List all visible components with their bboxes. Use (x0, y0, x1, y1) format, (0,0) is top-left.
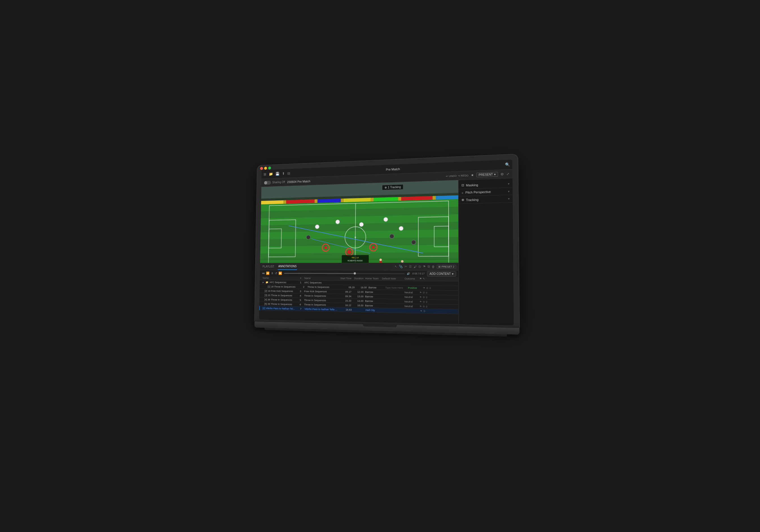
tracking-icon: ⊕ (385, 186, 387, 189)
pin-icon[interactable]: ⚑ (419, 296, 422, 298)
traffic-light-green[interactable] (268, 167, 271, 169)
row-name: [2] 19 Free Kick Sequences (261, 289, 298, 292)
football-field-svg: RB | 14 ROBERTS INSIDE (260, 180, 458, 263)
link-icon[interactable]: ⊞ (429, 286, 431, 289)
topbar-actions: ↩ UNDO ↪ REDO ★ PRESENT (446, 171, 509, 179)
flag-icon[interactable]: ⚑ (423, 265, 426, 268)
col-header-num: # (298, 276, 304, 279)
pitch-section-header[interactable]: ⬦ Pitch Perspective ▾ (461, 189, 509, 194)
add-content-button[interactable]: ADD CONTENT ▾ (427, 271, 456, 276)
row-action-icons: ⚑ ⚙ ⊞ (419, 291, 427, 294)
svg-rect-23 (418, 217, 449, 256)
svg-rect-24 (434, 226, 449, 247)
svg-point-38 (307, 235, 310, 239)
edit-icon[interactable]: ⚙ (423, 296, 425, 298)
traffic-light-red[interactable] (260, 167, 263, 170)
tabs-row: PLAYLIST ANNOTATIONS ↖ 📎 ✂ (260, 263, 458, 270)
sharing-toggle[interactable]: Sharing Off (264, 180, 285, 185)
clip-icon[interactable]: 📎 (399, 265, 403, 268)
col-header-name: Name (262, 276, 298, 279)
redo-button[interactable]: ↪ REDO (458, 174, 469, 177)
link-icon[interactable]: ⊞ (426, 291, 427, 294)
row-name: [3] 20 Throw In Sequences (261, 294, 298, 297)
step-forward-icon[interactable]: ⏩ (278, 271, 282, 275)
svg-point-40 (411, 240, 416, 244)
layout-icon[interactable]: ⊟ (287, 171, 290, 175)
outcome-badge: Neutral (404, 291, 419, 294)
edit-icon[interactable]: ⚙ (426, 286, 428, 289)
pin-icon[interactable]: ⚑ (420, 309, 422, 312)
list-icon[interactable]: ☰ (409, 265, 411, 268)
timeline-bar[interactable] (284, 273, 404, 274)
video-panel: RB | 14 ROBERTS INSIDE (259, 180, 458, 324)
svg-point-39 (390, 234, 394, 238)
skip-back-icon[interactable]: ⏮ (262, 271, 264, 275)
external-link-icon[interactable]: ⤢ (506, 171, 509, 176)
tab-annotations[interactable]: ANNOTATIONS (278, 263, 297, 270)
scissors-icon[interactable]: ✂ (404, 265, 407, 268)
brush-icon[interactable]: 🖌 (413, 265, 417, 268)
edit-icon[interactable]: ⚙ (423, 291, 425, 294)
svg-point-37 (399, 226, 403, 231)
timeline-time: 0:06 / 0:17 (412, 272, 425, 275)
row-clipname: Throw In Sequences (303, 294, 338, 297)
expander-icon[interactable]: ▶ (262, 281, 264, 283)
search-icon[interactable]: 🔍 (505, 162, 510, 167)
row-name: [1] 18 Throw In Sequences (264, 285, 301, 288)
toggle-switch[interactable] (264, 181, 271, 185)
edit-icon[interactable]: ⚙ (423, 309, 425, 312)
link-icon[interactable]: ⊞ (426, 300, 427, 303)
timeline-controls: ⏮ ⏪ ⏸ ↺ ⏩ (262, 271, 282, 275)
tracking-section-header[interactable]: ⊕ Tracking ▾ (461, 197, 509, 202)
link-icon[interactable]: ⊞ (426, 305, 427, 308)
row-clipname: Throw In Sequences (303, 299, 338, 302)
timeline-progress (284, 273, 355, 274)
tab-playlist[interactable]: PLAYLIST (262, 263, 275, 270)
tracking-badge: ⊕ 1 Tracking (382, 184, 404, 190)
folder-icon[interactable]: 📁 (269, 172, 273, 176)
row-name: [4] 36 Throw In Sequences (261, 298, 298, 301)
preset-icon: ⊞ (438, 265, 441, 268)
pin-icon[interactable]: ⚑ (423, 286, 425, 289)
main-area: RB | 14 ROBERTS INSIDE (259, 178, 514, 325)
save-icon[interactable]: 💾 (275, 171, 280, 176)
svg-rect-49 (260, 256, 458, 263)
present-button[interactable]: PRESENT ▾ (476, 171, 498, 177)
col-header-icons: ⚑ ✎ (419, 277, 427, 280)
edit-icon[interactable]: ⚙ (423, 305, 425, 308)
pin-icon[interactable]: ⚑ (419, 300, 422, 303)
volume-icon[interactable]: 🔊 (407, 272, 410, 275)
undo-arrow-icon: ↩ (446, 174, 448, 177)
grid-icon[interactable]: ⊞ (263, 172, 266, 176)
row-name: [5] 39 Throw In Sequences (261, 302, 298, 306)
link-icon[interactable]: ⊞ (426, 296, 427, 298)
edit-icon[interactable]: ⚙ (423, 300, 425, 303)
step-back-icon[interactable]: ⏪ (266, 271, 270, 275)
laptop-notch (363, 324, 397, 327)
col-header-note: Default Note (381, 277, 404, 280)
play-pause-icon[interactable]: ⏸ (271, 271, 274, 275)
shape-icon[interactable]: ◎ (418, 265, 421, 268)
settings-icon[interactable]: ⚙ (500, 172, 504, 176)
pin-icon[interactable]: ⚑ (419, 305, 422, 308)
preset-badge[interactable]: ⊞ PRESET 2 (437, 265, 456, 268)
trash-icon[interactable]: 🗑 (432, 265, 435, 268)
pin-icon[interactable]: ⚑ (419, 291, 422, 294)
undo-button[interactable]: ↩ UNDO (446, 174, 457, 177)
upload-icon[interactable]: ⬆ (282, 171, 285, 175)
laptop-wrapper: ⊞ 📁 💾 ⬆ ⊟ Pre Match 🔍 (234, 153, 546, 382)
star-icon[interactable]: ★ (471, 173, 474, 177)
panel-section-masking: ⊡ Masking ▾ (458, 180, 513, 189)
traffic-light-yellow[interactable] (264, 167, 267, 169)
row-action-icons: ⚑ ⚙ ⊞ (419, 296, 427, 299)
row-num: 3 (298, 290, 304, 292)
copy-icon[interactable]: ⧉ (428, 265, 430, 268)
loop-icon[interactable]: ↺ (275, 271, 277, 275)
masking-section-header[interactable]: ⊡ Masking ▾ (461, 182, 509, 187)
row-action-icons: ⚑ ⚙ ⊞ (423, 286, 430, 289)
cursor-icon[interactable]: ↖ (395, 265, 397, 268)
col-header-team: Home Team (364, 277, 381, 280)
svg-point-35 (359, 222, 364, 226)
row-clipname: Vitinho Pass to Nathan Tella ... (304, 307, 338, 311)
tab-tools: ↖ 📎 ✂ ☰ 🖌 ◎ ⚑ ⧉ 🗑 (395, 265, 456, 268)
